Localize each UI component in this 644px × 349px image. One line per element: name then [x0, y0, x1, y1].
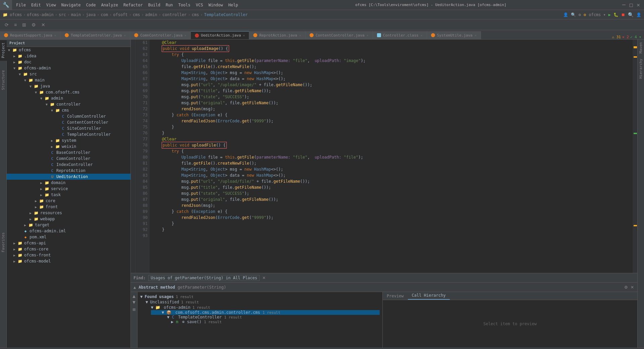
- tree-item-ueditor-action[interactable]: U UeditorAction: [7, 174, 130, 180]
- tree-item-ofcms-admin[interactable]: ▼ 📁 ofcms-admin: [7, 65, 130, 71]
- tree-item-idea[interactable]: ▶ 📁 .idea: [7, 53, 130, 59]
- close-panel-button[interactable]: ✕: [39, 21, 47, 28]
- tab-controller-class[interactable]: Controller.class ✕: [373, 31, 427, 39]
- breadcrumb-cms2[interactable]: cms: [192, 12, 199, 17]
- tab-close-icon[interactable]: ✕: [243, 34, 245, 37]
- menu-window[interactable]: Window: [206, 0, 225, 10]
- tab-content-controller[interactable]: ContentController.java ✕: [306, 31, 373, 39]
- menu-build[interactable]: Build: [146, 0, 163, 10]
- tree-item-domain[interactable]: ▶ 📁 domain: [7, 180, 130, 186]
- nav-next-button[interactable]: ▼: [132, 299, 135, 305]
- class-item[interactable]: ▼ C TemplateController 1 result: [151, 315, 380, 319]
- menu-navigate[interactable]: Navigate: [59, 0, 84, 10]
- breadcrumb-admin[interactable]: ofcms-admin: [27, 12, 53, 17]
- menu-analyze[interactable]: Analyze: [98, 0, 121, 10]
- favorites-tab[interactable]: Favorites: [0, 230, 7, 255]
- tree-item-template-controller[interactable]: C TemplateController: [7, 131, 130, 137]
- maven-icon[interactable]: Maven: [639, 41, 643, 55]
- tab-reprot-action[interactable]: ReprotAction.java ✕: [249, 31, 306, 39]
- breadcrumb-java[interactable]: java: [86, 12, 96, 17]
- tree-item-com-ofsoft[interactable]: ▼ 📁 com.ofsoft.cms: [7, 89, 130, 95]
- nav-up-icon[interactable]: ▲: [133, 285, 136, 290]
- tree-item-reprot-action[interactable]: C ReprotAction: [7, 168, 130, 174]
- tab-close-icon[interactable]: ✕: [124, 34, 126, 37]
- tree-item-main[interactable]: ▼ 📁 main: [7, 77, 130, 83]
- menu-view[interactable]: View: [44, 0, 59, 10]
- tab-close-icon[interactable]: ✕: [184, 34, 186, 37]
- code-editor[interactable]: 61 62 63 64 65 66 67 68 69 70 71 72 73 7…: [131, 40, 637, 273]
- project-tab[interactable]: Project: [0, 40, 7, 61]
- settings-icon[interactable]: ⚙: [579, 12, 581, 17]
- tab-comn-controller[interactable]: ComnController.java ✕: [130, 31, 191, 39]
- breadcrumb-com[interactable]: com: [101, 12, 108, 17]
- tree-item-system[interactable]: ▶ 📁 system: [7, 137, 130, 143]
- tree-item-controller[interactable]: ▼ 📁 controller: [7, 101, 130, 107]
- hierarchy-icon[interactable]: Hierarchy: [639, 57, 643, 80]
- menu-run[interactable]: Run: [163, 0, 176, 10]
- tree-item-doc[interactable]: ▶ 📁 doc: [7, 59, 130, 65]
- tab-request-support[interactable]: RequestSupport.java ✕: [0, 31, 61, 39]
- menu-tools[interactable]: Tools: [176, 0, 193, 10]
- breadcrumb-controller[interactable]: controller: [162, 12, 186, 17]
- tree-item-webapp[interactable]: ▶ 📁 webapp: [7, 216, 130, 222]
- find-close-button[interactable]: ✕: [262, 276, 266, 280]
- tree-item-iml[interactable]: ◆ ofcms-admin.iml: [7, 228, 130, 234]
- menu-file[interactable]: File: [13, 0, 29, 10]
- settings-tree-button[interactable]: ⚙: [30, 21, 38, 28]
- preview-tab[interactable]: Preview: [383, 292, 408, 300]
- tree-item-java[interactable]: ▼ 📁 java: [7, 83, 130, 89]
- tree-item-front[interactable]: ▶ 📁 front: [7, 204, 130, 210]
- project-tree[interactable]: ▼ 📁 ofcms ▶ 📁 .idea ▶ 📁: [7, 47, 130, 348]
- tab-close-icon[interactable]: ✕: [367, 34, 369, 37]
- tree-item-target[interactable]: ▶ 📁 target: [7, 222, 130, 228]
- stop-icon[interactable]: ⏹: [621, 12, 625, 17]
- tab-close-icon[interactable]: ✕: [421, 34, 423, 37]
- breadcrumb-src[interactable]: src: [59, 12, 66, 17]
- tab-close-icon[interactable]: ✕: [54, 34, 56, 37]
- nav-search-icon[interactable]: 🔍: [628, 12, 634, 17]
- tree-item-task[interactable]: ▶ 📁 task: [7, 192, 130, 198]
- tree-item-cms[interactable]: ▼ 📁 cms: [7, 107, 130, 113]
- nav-open-button[interactable]: ⊞: [132, 307, 135, 312]
- tree-item-index-controller[interactable]: C IndexController: [7, 162, 130, 168]
- package-item[interactable]: ▼ 📦 com.ofsoft.cms.admin.controller.cms …: [151, 310, 380, 315]
- tree-item-content-controller[interactable]: C ContentController: [7, 119, 130, 125]
- found-usages-header[interactable]: ▼ Found usages 1 result: [140, 294, 380, 299]
- tree-item-src[interactable]: ▼ 📁 src: [7, 71, 130, 77]
- method-item[interactable]: ▶ m ⊕ save() 1 result: [151, 319, 380, 324]
- module-header[interactable]: ▼ 📁 ofcms-admin 1 result: [151, 305, 380, 310]
- menu-help[interactable]: Help: [226, 0, 241, 10]
- tab-template-controller[interactable]: TemplateController.java ✕: [61, 31, 130, 39]
- results-panel[interactable]: ▼ Found usages 1 result ▼ Unclassified: [138, 292, 382, 348]
- breadcrumb-admin2[interactable]: admin: [145, 12, 157, 17]
- breadcrumb-cms[interactable]: cms: [133, 12, 140, 17]
- tree-item-site-controller[interactable]: C SiteController: [7, 125, 130, 131]
- tree-item-service[interactable]: ▶ 📁 service: [7, 186, 130, 192]
- minimize-button[interactable]: ─: [621, 2, 627, 8]
- menu-refactor[interactable]: Refactor: [121, 0, 146, 10]
- panel-settings-button[interactable]: ⚙: [624, 285, 629, 290]
- expand-all-button[interactable]: ⊞: [20, 21, 28, 28]
- breadcrumb-main[interactable]: main: [71, 12, 81, 17]
- tree-item-admin[interactable]: ▼ 📁 admin: [7, 95, 130, 101]
- breadcrumb-ofcms[interactable]: ofcms: [10, 12, 22, 17]
- run-icon[interactable]: ▶: [608, 12, 611, 17]
- menu-code[interactable]: Code: [84, 0, 99, 10]
- menu-vcs[interactable]: VCS: [193, 0, 206, 10]
- search-everywhere-icon[interactable]: 🔍: [571, 12, 576, 17]
- tree-item-column-controller[interactable]: C ColumnController: [7, 113, 130, 119]
- nav-prev-button[interactable]: ▲: [132, 293, 135, 299]
- tree-item-ofcms-front[interactable]: ▶ 📁 ofcms-front: [7, 252, 130, 258]
- right-scroll-gutter[interactable]: [633, 40, 637, 273]
- breadcrumb-ofsoft[interactable]: ofsoft: [113, 12, 127, 17]
- code-content[interactable]: @Clear public void uploadImage() { try {…: [150, 40, 633, 273]
- tab-close-icon[interactable]: ✕: [475, 34, 477, 37]
- tree-item-ofcms-model[interactable]: ▶ 📁 ofcms-model: [7, 258, 130, 264]
- vcs-icon[interactable]: ofcms ▾: [589, 12, 606, 17]
- tree-item-comn-controller[interactable]: C ComnController: [7, 156, 130, 162]
- menu-edit[interactable]: Edit: [29, 0, 44, 10]
- unclassified-header[interactable]: ▼ Unclassified 1 result: [146, 299, 380, 305]
- maximize-button[interactable]: □: [628, 2, 634, 8]
- panel-close-button[interactable]: ✕: [630, 285, 635, 290]
- tree-item-resources[interactable]: ▶ 📁 resources: [7, 210, 130, 216]
